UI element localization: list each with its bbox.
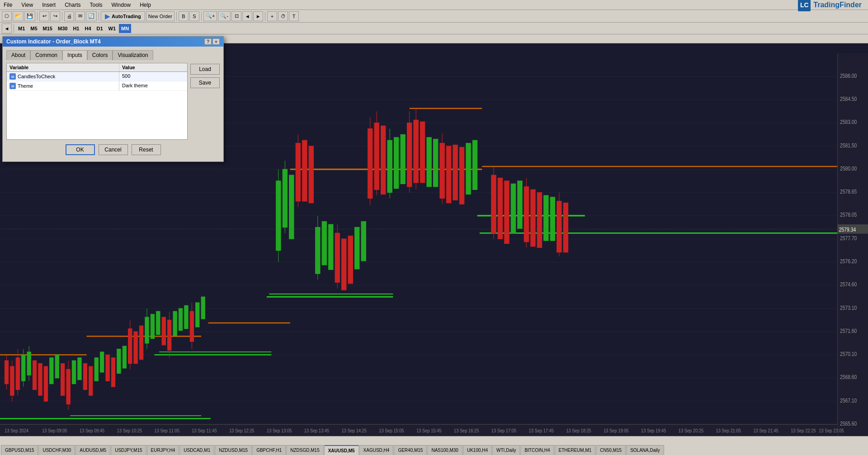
toolbar-mail[interactable]: ✉ [75,11,85,21]
toolbar-refresh[interactable]: 🔄 [86,11,97,21]
menu-view[interactable]: View [19,1,35,9]
dialog-help-button[interactable]: ? [204,38,212,45]
toolbar-scroll-right[interactable]: ► [253,11,263,21]
svg-text:13 Sep 14:25: 13 Sep 14:25 [342,428,367,433]
save-button[interactable]: Save [190,77,220,88]
cancel-button[interactable]: Cancel [99,144,128,155]
load-button[interactable]: Load [190,64,220,75]
ok-button[interactable]: OK [66,144,95,155]
reset-button[interactable]: Reset [132,144,161,155]
tab-usdcad[interactable]: USDCAD,M1 [179,445,214,455]
tab-xauusd[interactable]: XAUUSD,M5 [324,445,359,455]
svg-rect-49 [78,358,81,380]
td-value-0[interactable]: 500 [119,72,187,81]
sep-tf [14,24,14,33]
toolbar-scroll-left[interactable]: ◄ [242,11,252,21]
dialog-side-buttons: Load Save [190,63,220,140]
tab-bitcoin[interactable]: BITCOIN,H4 [520,445,554,455]
td-value-1[interactable]: Dark theme [119,81,187,90]
td-variable-0: si CandlesToCheck [7,72,119,81]
tf-m15[interactable]: M15 [41,24,55,33]
svg-text:2568.60: 2568.60 [840,374,857,380]
tf-h1[interactable]: H1 [71,24,81,33]
tab-ethereum[interactable]: ETHEREUM,M1 [555,445,596,455]
svg-rect-69 [173,311,177,336]
tf-mn[interactable]: MN [119,24,131,33]
dialog-table: Variable Value si CandlesToCheck 500 si … [6,63,188,140]
toolbar-buy[interactable]: B [179,11,189,21]
svg-rect-80 [289,175,294,239]
menu-file[interactable]: File [2,1,14,9]
auto-trading-button[interactable]: ▶ AutoTrading [101,11,145,21]
toolbar-redo[interactable]: ↪ [50,11,60,21]
dialog-tab-about[interactable]: About [6,50,30,60]
table-row[interactable]: si CandlesToCheck 500 [7,72,187,81]
tab-cn50[interactable]: CN50,M15 [596,445,626,455]
toolbar-zoom-in[interactable]: 🔍+ [203,11,217,21]
svg-rect-91 [342,239,346,290]
svg-rect-117 [472,140,477,190]
tf-m1[interactable]: M1 [16,24,27,33]
new-order-button[interactable]: New Order [146,11,175,21]
dialog-tab-colors[interactable]: Colors [87,50,113,60]
tab-eurjpy[interactable]: EURJPY,H4 [147,445,179,455]
toolbar-new[interactable]: ⬡ [2,11,12,21]
table-row[interactable]: si Theme Dark theme [7,81,187,91]
toolbar-crosshair[interactable]: + [267,11,277,21]
tf-arrow-left[interactable]: ◄ [2,24,12,33]
tf-w1[interactable]: W1 [106,24,118,33]
tf-m30[interactable]: M30 [56,24,70,33]
dialog-tab-visualization[interactable]: Visualization [113,50,153,60]
toolbar-zoom-out[interactable]: 🔍- [218,11,231,21]
tf-m5[interactable]: M5 [28,24,39,33]
svg-rect-129 [550,197,555,241]
svg-text:13 Sep 21:45: 13 Sep 21:45 [753,428,778,433]
toolbar-undo[interactable]: ↩ [39,11,49,21]
tab-solana[interactable]: SOLANA,Daily [626,445,664,455]
svg-rect-127 [537,193,542,248]
tab-nas100[interactable]: NAS100,M30 [427,445,462,455]
svg-rect-94 [361,222,366,261]
dialog-tab-inputs[interactable]: Inputs [62,50,87,60]
tab-gbpusd[interactable]: GBPUSD,M15 [1,445,38,455]
toolbar-template[interactable]: T [289,11,299,21]
tf-h4[interactable]: H4 [82,24,93,33]
svg-rect-113 [446,146,451,203]
tab-uk100[interactable]: UK100,H4 [463,445,492,455]
tab-audusd[interactable]: AUDUSD,M5 [75,445,110,455]
dialog-tab-common[interactable]: Common [30,50,62,60]
tf-d1[interactable]: D1 [94,24,105,33]
tab-nzdsgd[interactable]: NZDSGD,M15 [286,445,323,455]
tab-wti[interactable]: WTI,Daily [492,445,520,455]
menu-window[interactable]: Window [110,1,133,9]
timeframe-toolbar: ◄ M1 M5 M15 M30 H1 H4 D1 W1 MN [0,23,868,34]
svg-rect-52 [94,358,98,381]
svg-text:2580.00: 2580.00 [840,165,857,171]
toolbar-period[interactable]: ⏱ [278,11,288,21]
sep6 [265,12,265,21]
menu-tools[interactable]: Tools [88,1,104,9]
tab-usdchf[interactable]: USDCHF,M30 [38,445,75,455]
menu-insert[interactable]: Insert [40,1,57,9]
menu-help[interactable]: Help [138,1,153,9]
svg-rect-132 [563,203,568,252]
dialog-tabs: About Common Inputs Colors Visualization [6,50,220,60]
svg-text:2583.00: 2583.00 [840,118,857,125]
tab-nzdusd[interactable]: NZDUSD,M15 [215,445,252,455]
dialog-titlebar[interactable]: Custom Indicator - Order_Block MT4 ? × [3,37,223,47]
tab-gbpchf[interactable]: GBPCHF,H1 [252,445,286,455]
sep3 [99,12,99,21]
tab-usdjpy[interactable]: USDJPY,M15 [111,445,146,455]
dialog-close-button[interactable]: × [212,38,220,45]
svg-rect-65 [156,311,160,334]
toolbar-save[interactable]: 💾 [24,11,35,21]
svg-text:2570.10: 2570.10 [840,351,857,357]
tab-xagusd[interactable]: XAGUSD,H4 [359,445,394,455]
menu-charts[interactable]: Charts [63,1,82,9]
tab-ger40[interactable]: GER40,M15 [394,445,427,455]
toolbar-open[interactable]: 📂 [13,11,24,21]
col-value: Value [119,63,187,71]
toolbar-fit[interactable]: ⊡ [231,11,241,21]
toolbar-print[interactable]: 🖨 [64,11,74,21]
toolbar-sell[interactable]: S [189,11,199,21]
